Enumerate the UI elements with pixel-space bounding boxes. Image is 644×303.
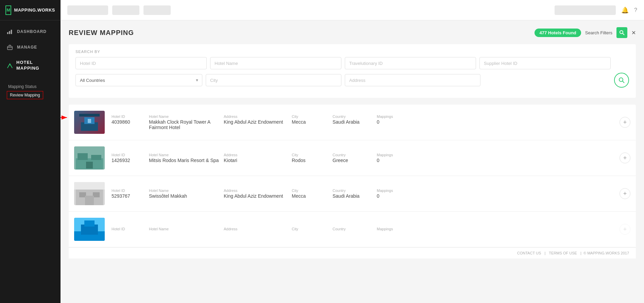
table-row: Hotel ID 1426932 Hotel Name Mitsis Rodos… (69, 140, 636, 176)
svg-rect-2 (11, 30, 12, 34)
sidebar-item-dashboard[interactable]: DASHBOARD (0, 24, 61, 39)
hotel-mappings-field: Mappings (377, 227, 404, 232)
sidebar: M MAPPING.WORKS DASHBOARD MANAGE (0, 0, 61, 303)
add-mapping-button[interactable]: + (620, 224, 630, 235)
search-filters-link[interactable]: Search Filters (585, 30, 612, 35)
contact-us-link[interactable]: CONTACT US (517, 251, 541, 255)
copyright-text: © MAPPING.WORKS 2017 (583, 251, 629, 255)
logo-icon: M (5, 5, 11, 15)
hotel-city-label: City (292, 114, 333, 119)
hotel-info: Hotel ID Hotel Name Address City (112, 227, 613, 232)
footer: CONTACT US | TERMS OF USE | © MAPPING.WO… (69, 247, 636, 259)
sidebar-nav: DASHBOARD MANAGE HOTEL MAPPING Mapping S… (0, 20, 61, 303)
search-circle-button[interactable] (614, 73, 629, 88)
hotel-name-field: Hotel Name (149, 227, 224, 232)
hotel-city-field: City Rodos (292, 153, 333, 163)
hotel-mappings-value: 0 (377, 158, 404, 163)
table-row: Hotel ID 5293767 Hotel Name Swissôtel Ma… (69, 176, 636, 212)
page-content: REVIEW MAPPING 477 Hotels Found Search F… (61, 20, 644, 303)
hotel-id-value: 5293767 (112, 193, 149, 199)
hotel-name-field: Hotel Name Mitsis Rodos Maris Resort & S… (149, 153, 224, 163)
travelutionary-id-input[interactable] (345, 57, 476, 69)
svg-rect-13 (88, 119, 91, 123)
logo-text: MAPPING.WORKS (14, 7, 55, 13)
hotel-address-field: Address Kiotari (224, 153, 292, 163)
hotel-country-label: Country (333, 114, 377, 119)
hotel-image-graphic (74, 146, 105, 170)
hotel-country-field: Country Saudi Arabia (333, 114, 377, 125)
hotel-city-value: Mecca (292, 193, 333, 199)
help-icon[interactable]: ? (634, 7, 637, 13)
hotel-country-label: Country (333, 227, 377, 231)
hotel-id-value: 4039860 (112, 119, 149, 125)
hotel-mappings-value: 0 (377, 119, 404, 125)
hotel-country-value: Saudi Arabia (333, 119, 377, 125)
sidebar-item-manage[interactable]: MANAGE (0, 39, 61, 55)
hotel-mappings-field: Mappings 0 (377, 114, 404, 125)
briefcase-icon (7, 44, 13, 50)
topbar-left (67, 5, 171, 15)
hotel-city-label: City (292, 153, 333, 157)
hotel-address-field: Address (224, 227, 292, 232)
svg-point-7 (619, 78, 623, 82)
hotel-city-field: City (292, 227, 333, 232)
svg-rect-24 (85, 196, 94, 205)
arrow-annotation (61, 111, 72, 124)
hotel-country-label: Country (333, 153, 377, 157)
page-header-right: 477 Hotels Found Search Filters ✕ (535, 27, 636, 38)
hotel-address-label: Address (224, 153, 292, 157)
hotel-address-value: King Abdul Aziz Endowment (224, 119, 292, 125)
sidebar-item-review-mapping[interactable]: Review Mapping (7, 91, 43, 99)
search-row-1 (75, 57, 629, 69)
search-toggle-button[interactable] (616, 27, 627, 38)
add-mapping-button[interactable]: + (620, 188, 630, 199)
address-input[interactable] (345, 74, 480, 86)
add-mapping-button[interactable]: + (620, 153, 630, 163)
hotel-mapping-label: HOTEL MAPPING (16, 60, 39, 71)
hotel-id-field: Hotel ID (112, 227, 149, 232)
sidebar-item-mapping-status[interactable]: Mapping Status (7, 82, 54, 91)
svg-rect-0 (7, 32, 9, 34)
topbar-right: 🔔 ? (555, 5, 637, 15)
hotel-image (74, 182, 105, 205)
hotel-mappings-field: Mappings 0 (377, 189, 404, 199)
hotel-info: Hotel ID 5293767 Hotel Name Swissôtel Ma… (112, 189, 613, 199)
hotel-mappings-field: Mappings 0 (377, 153, 404, 163)
page-header: REVIEW MAPPING 477 Hotels Found Search F… (69, 27, 636, 38)
svg-rect-17 (78, 153, 88, 160)
city-input[interactable] (206, 74, 341, 86)
svg-rect-29 (84, 220, 95, 227)
svg-rect-3 (7, 46, 12, 50)
all-countries-wrapper: All Countries Saudi Arabia Greece USA UK… (75, 74, 202, 86)
hotel-country-value: Greece (333, 158, 377, 163)
bar-chart-icon (7, 29, 13, 35)
hotel-country-value: Saudi Arabia (333, 193, 377, 199)
hotel-info: Hotel ID 1426932 Hotel Name Mitsis Rodos… (112, 153, 613, 163)
hotel-address-value: King Abdul Aziz Endowment (224, 193, 292, 199)
hotel-name-value: Swissôtel Makkah (149, 193, 224, 199)
hotel-image-graphic (74, 218, 105, 241)
hotel-address-field: Address King Abdul Aziz Endowment (224, 189, 292, 199)
search-section: SEARCH BY All Countries Saudi Arabia Gre… (69, 44, 636, 98)
supplier-hotel-id-input[interactable] (479, 57, 611, 69)
bell-icon[interactable]: 🔔 (621, 6, 629, 14)
all-countries-select[interactable]: All Countries Saudi Arabia Greece USA UK (75, 74, 202, 86)
hotel-id-input[interactable] (75, 57, 207, 69)
close-search-icon[interactable]: ✕ (631, 30, 636, 36)
sidebar-item-hotel-mapping[interactable]: HOTEL MAPPING (0, 55, 61, 76)
hotel-name-input[interactable] (210, 57, 341, 69)
hotel-info: Hotel ID 4039860 Hotel Name Makkah Clock… (112, 114, 613, 130)
hotel-image-graphic (79, 114, 100, 131)
hotels-found-badge: 477 Hotels Found (535, 29, 581, 37)
hotel-image (74, 218, 105, 241)
add-mapping-button[interactable]: + (620, 117, 630, 128)
search-row-2: All Countries Saudi Arabia Greece USA UK… (75, 73, 629, 88)
hotel-address-value: Kiotari (224, 158, 292, 163)
hotel-name-label: Hotel Name (149, 189, 224, 193)
hotel-id-value: 1426932 (112, 158, 149, 163)
terms-of-use-link[interactable]: TERMS OF USE (549, 251, 577, 255)
hotel-name-field: Hotel Name Makkah Clock Royal Tower A Fa… (149, 114, 224, 130)
svg-rect-25 (74, 182, 105, 190)
hotel-mappings-label: Mappings (377, 227, 404, 231)
hotel-city-value: Rodos (292, 158, 333, 163)
